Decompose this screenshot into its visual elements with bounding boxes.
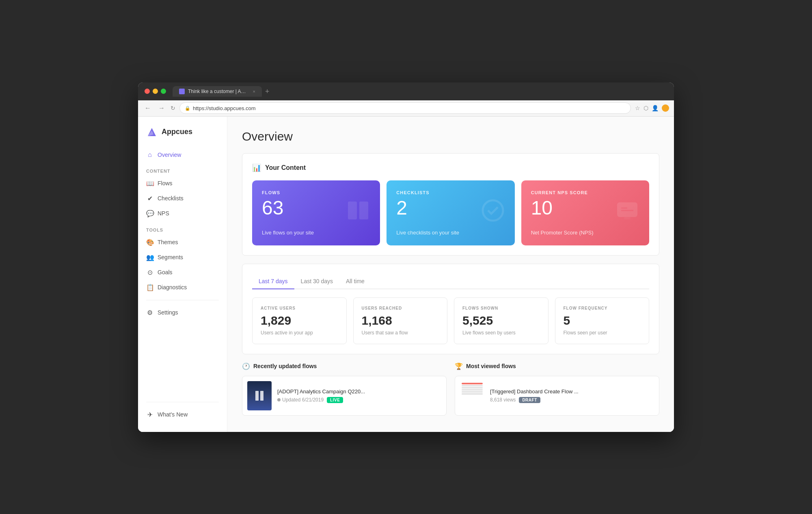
url-text: https://studio.appcues.com (193, 105, 256, 111)
flows-shown-label: FLOWS SHOWN (462, 306, 540, 310)
checklists-card[interactable]: CHECKLISTS 2 Live checklists on your sit… (387, 180, 514, 245)
thumb-line-1 (462, 383, 483, 384)
users-reached-desc: Users that saw a flow (362, 330, 439, 336)
recent-flow-item[interactable]: [ADOPT] Analytics Campaign Q220... Updat… (242, 376, 447, 416)
sidebar-segments-label: Segments (158, 254, 183, 260)
svg-rect-10 (260, 391, 263, 401)
titlebar: Think like a customer | Appcue... × + (138, 82, 674, 100)
your-content-header: 📊 Your Content (252, 163, 649, 172)
tab-close-icon[interactable]: × (253, 89, 255, 94)
page-title: Overview (242, 130, 659, 143)
most-viewed-flow-item[interactable]: [Triggered] Dashboard Create Flow ... 8,… (455, 376, 659, 416)
minimize-button[interactable] (153, 89, 158, 94)
sidebar-nps-label: NPS (158, 210, 169, 217)
flow-frequency-number: 5 (564, 314, 641, 327)
sidebar-divider-2 (146, 402, 219, 402)
nps-card[interactable]: CURRENT NPS SCORE 10 Net Promoter Score … (521, 180, 649, 245)
sidebar-whats-new-label: What's New (158, 411, 188, 418)
flow-frequency-desc: Flows seen per user (564, 330, 641, 336)
sidebar-item-themes[interactable]: 🎨 Themes (138, 235, 227, 250)
stats-section: Last 7 days Last 30 days All time ACTIVE… (242, 264, 659, 354)
profile-icon[interactable]: 👤 (652, 105, 659, 111)
sidebar-themes-label: Themes (158, 239, 178, 245)
nps-card-desc: Net Promoter Score (NPS) (531, 230, 639, 236)
themes-icon: 🎨 (146, 239, 153, 246)
sidebar-item-whats-new[interactable]: ✈ What's New (138, 407, 227, 422)
live-badge: LIVE (327, 397, 343, 403)
account-avatar[interactable] (662, 104, 669, 112)
flow-frequency-label: FLOW FREQUENCY (564, 306, 641, 310)
bookmark-icon[interactable]: ☆ (635, 105, 640, 111)
flows-icon: 📖 (146, 180, 153, 187)
recent-flow-meta: Updated 6/21/2019 LIVE (277, 397, 441, 403)
extension-icon[interactable]: ⬡ (644, 105, 648, 111)
sidebar-item-checklists[interactable]: ✔ Checklists (138, 191, 227, 206)
logo: Appcues (138, 126, 227, 147)
clock-icon: 🕐 (242, 362, 250, 370)
most-viewed-flow-meta: 8,618 views DRAFT (490, 397, 654, 403)
tab-all-time[interactable]: All time (339, 274, 371, 289)
sidebar-item-settings[interactable]: ⚙ Settings (138, 305, 227, 320)
forward-button[interactable]: → (157, 104, 166, 113)
logo-text: Appcues (162, 128, 192, 136)
sidebar-divider (146, 300, 219, 300)
sidebar-settings-label: Settings (158, 309, 178, 316)
sidebar-item-nps[interactable]: 💬 NPS (138, 206, 227, 221)
svg-rect-3 (359, 202, 368, 219)
flows-card-desc: Live flows on your site (262, 230, 370, 236)
sidebar-item-flows[interactable]: 📖 Flows (138, 176, 227, 191)
nps-card-label: CURRENT NPS SCORE (531, 190, 639, 195)
app-layout: Appcues ⌂ Overview CONTENT 📖 Flows ✔ Che… (138, 117, 674, 432)
lock-icon: 🔒 (185, 106, 190, 111)
draft-badge: DRAFT (519, 397, 540, 403)
tab-7-days[interactable]: Last 7 days (252, 274, 294, 289)
sidebar-item-segments[interactable]: 👥 Segments (138, 250, 227, 265)
sidebar-item-goals[interactable]: ⊙ Goals (138, 265, 227, 280)
most-viewed-flow-thumb (460, 381, 484, 410)
content-cards-row: FLOWS 63 Live flows on your site CHECKLI (252, 180, 649, 245)
active-tab[interactable]: Think like a customer | Appcue... × (173, 86, 262, 97)
thumb-line-4 (462, 389, 483, 390)
reload-button[interactable]: ↻ (171, 105, 175, 111)
tab-favicon (179, 89, 185, 94)
most-viewed-header: 🏆 Most viewed flows (455, 362, 659, 370)
stat-active-users: ACTIVE USERS 1,829 Users active in your … (252, 297, 347, 344)
browser-toolbar: ← → ↻ 🔒 https://studio.appcues.com ☆ ⬡ 👤 (138, 100, 674, 117)
users-reached-number: 1,168 (362, 314, 439, 327)
tab-30-days[interactable]: Last 30 days (294, 274, 339, 289)
your-content-title: Your Content (265, 164, 306, 171)
svg-rect-2 (348, 202, 357, 219)
flows-card[interactable]: FLOWS 63 Live flows on your site (252, 180, 380, 245)
back-button[interactable]: ← (143, 104, 153, 113)
flows-shown-desc: Live flows seen by users (462, 330, 540, 336)
most-viewed-section: 🏆 Most viewed flows (455, 362, 659, 416)
sidebar-item-diagnostics[interactable]: 📋 Diagnostics (138, 280, 227, 295)
most-viewed-flow-name: [Triggered] Dashboard Create Flow ... (490, 388, 654, 395)
users-reached-label: USERS REACHED (362, 306, 439, 310)
settings-icon: ⚙ (146, 309, 153, 317)
active-users-label: ACTIVE USERS (261, 306, 338, 310)
trophy-icon: 🏆 (455, 362, 463, 370)
whats-new-icon: ✈ (146, 411, 153, 419)
svg-point-4 (483, 200, 503, 221)
thumb-line-5 (462, 391, 483, 393)
maximize-button[interactable] (161, 89, 166, 94)
content-section-label: CONTENT (138, 162, 227, 176)
sidebar-diagnostics-label: Diagnostics (158, 284, 187, 291)
flows-shown-number: 5,525 (462, 314, 540, 327)
thumb-line-2 (462, 385, 483, 386)
sidebar-checklists-label: Checklists (158, 195, 184, 202)
close-button[interactable] (145, 89, 150, 94)
traffic-lights (145, 89, 166, 94)
new-tab-button[interactable]: + (265, 88, 270, 95)
thumb-line-6 (462, 393, 483, 395)
sidebar-bottom: ✈ What's New (138, 397, 227, 422)
tab-bar: Think like a customer | Appcue... × + (173, 86, 667, 97)
thumb-line-3 (462, 387, 483, 388)
browser-window: Think like a customer | Appcue... × + ← … (138, 82, 674, 432)
sidebar: Appcues ⌂ Overview CONTENT 📖 Flows ✔ Che… (138, 117, 227, 432)
sidebar-item-overview[interactable]: ⌂ Overview (138, 147, 227, 162)
nps-icon: 💬 (146, 210, 153, 217)
address-bar[interactable]: 🔒 https://studio.appcues.com (179, 102, 631, 114)
recent-flow-updated: Updated 6/21/2019 (277, 397, 324, 403)
